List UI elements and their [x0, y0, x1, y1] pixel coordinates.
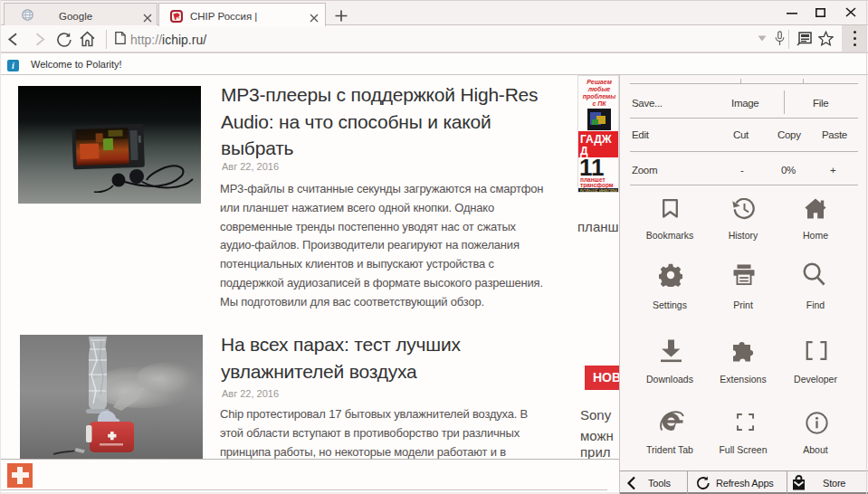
svg-text:проблемы: проблемы [583, 93, 615, 100]
svg-text:ГАДЖ: ГАДЖ [580, 133, 612, 146]
svg-text:с ПК: с ПК [592, 100, 606, 107]
svg-text:любые: любые [587, 86, 611, 92]
svg-text:трансформ: трансформ [580, 182, 614, 189]
svg-text:БОЛЬШЕ ИНФОРМ: БОЛЬШЕ ИНФОРМ [580, 189, 617, 193]
svg-text:Решаем: Решаем [587, 79, 612, 85]
